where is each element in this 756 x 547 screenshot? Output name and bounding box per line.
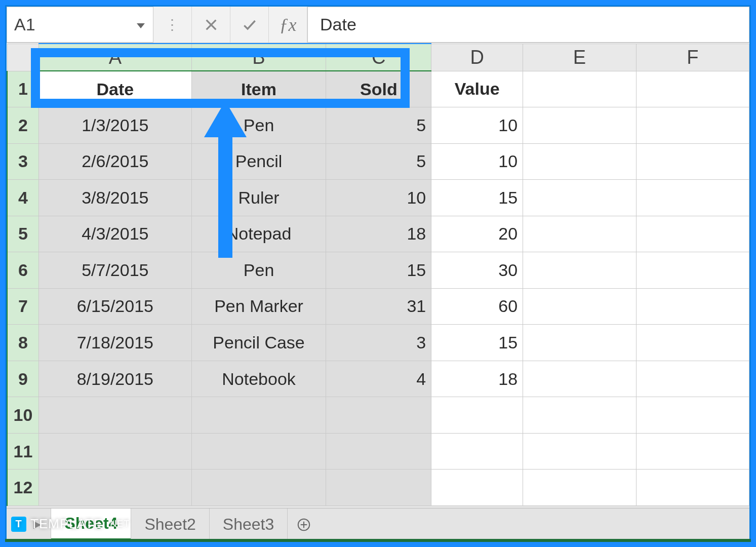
col-header-A[interactable]: A (39, 44, 192, 71)
row-header-12[interactable]: 12 (7, 470, 39, 506)
cell-A4[interactable]: 3/8/2015 (39, 180, 192, 216)
cell-A2[interactable]: 1/3/2015 (39, 107, 192, 144)
cell-C11[interactable] (326, 433, 431, 470)
col-header-D[interactable]: D (431, 44, 523, 71)
cell-C8[interactable]: 3 (326, 325, 431, 361)
cell-E3[interactable] (523, 143, 636, 180)
cell-C3[interactable]: 5 (326, 143, 431, 180)
cell-D2[interactable]: 10 (431, 107, 523, 144)
cell-A1[interactable]: Date (39, 71, 192, 107)
cell-E7[interactable] (523, 288, 636, 325)
cell-D5[interactable]: 20 (431, 216, 523, 252)
cell-B9[interactable]: Notebook (191, 361, 326, 397)
cell-B5[interactable]: Notepad (191, 216, 326, 252)
cell-E8[interactable] (523, 325, 636, 361)
row-header-10[interactable]: 10 (7, 397, 39, 434)
cell-C9[interactable]: 4 (326, 361, 431, 397)
cell-C12[interactable] (326, 470, 431, 506)
row-header-5[interactable]: 5 (7, 216, 39, 252)
cell-B7[interactable]: Pen Marker (191, 288, 326, 325)
cell-F6[interactable] (636, 252, 749, 289)
cell-A6[interactable]: 5/7/2015 (39, 252, 192, 289)
cell-F1[interactable] (636, 71, 749, 107)
cell-D1[interactable]: Value (431, 71, 523, 107)
cell-E5[interactable] (523, 216, 636, 252)
sheet-tab-sheet2[interactable]: Sheet2 (131, 509, 209, 540)
cell-C2[interactable]: 5 (326, 107, 431, 144)
cancel-button[interactable] (192, 7, 230, 43)
col-header-E[interactable]: E (523, 44, 636, 71)
row-header-7[interactable]: 7 (7, 288, 39, 325)
cell-E11[interactable] (523, 433, 636, 470)
cell-B4[interactable]: Ruler (191, 180, 326, 216)
insert-function-button[interactable]: ƒx (269, 7, 307, 43)
cell-F9[interactable] (636, 361, 749, 397)
cell-A10[interactable] (39, 397, 192, 434)
cell-D10[interactable] (431, 397, 523, 434)
cell-B6[interactable]: Pen (191, 252, 326, 289)
cell-D11[interactable] (431, 433, 523, 470)
cell-F11[interactable] (636, 433, 749, 470)
cell-E9[interactable] (523, 361, 636, 397)
row-header-1[interactable]: 1 (7, 71, 39, 107)
cell-F8[interactable] (636, 325, 749, 361)
select-all-corner[interactable] (7, 44, 39, 71)
cell-F7[interactable] (636, 288, 749, 325)
cell-A8[interactable]: 7/18/2015 (39, 325, 192, 361)
cell-A11[interactable] (39, 433, 192, 470)
cell-D8[interactable]: 15 (431, 325, 523, 361)
cell-C6[interactable]: 15 (326, 252, 431, 289)
cell-E12[interactable] (523, 470, 636, 506)
cell-E10[interactable] (523, 397, 636, 434)
cell-D3[interactable]: 10 (431, 143, 523, 180)
cell-D9[interactable]: 18 (431, 361, 523, 397)
row-header-3[interactable]: 3 (7, 143, 39, 180)
cell-E4[interactable] (523, 180, 636, 216)
row-header-11[interactable]: 11 (7, 433, 39, 470)
cell-B10[interactable] (191, 397, 326, 434)
col-header-B[interactable]: B (191, 44, 326, 71)
row-header-8[interactable]: 8 (7, 325, 39, 361)
col-header-F[interactable]: F (636, 44, 749, 71)
cell-B2[interactable]: Pen (191, 107, 326, 144)
cell-E1[interactable] (523, 71, 636, 107)
cell-F5[interactable] (636, 216, 749, 252)
cell-B11[interactable] (191, 433, 326, 470)
sheet-tab-sheet3[interactable]: Sheet3 (210, 509, 288, 540)
formula-input[interactable]: Date (307, 7, 749, 43)
cell-D7[interactable]: 60 (431, 288, 523, 325)
cell-A5[interactable]: 4/3/2015 (39, 216, 192, 252)
row-header-9[interactable]: 9 (7, 361, 39, 397)
add-sheet-button[interactable] (288, 517, 320, 532)
cell-A9[interactable]: 8/19/2015 (39, 361, 192, 397)
cell-C1[interactable]: Sold (326, 71, 431, 107)
row-header-4[interactable]: 4 (7, 180, 39, 216)
cell-B12[interactable] (191, 470, 326, 506)
cell-F4[interactable] (636, 180, 749, 216)
cell-B3[interactable]: Pencil (191, 143, 326, 180)
cell-C10[interactable] (326, 397, 431, 434)
row-header-2[interactable]: 2 (7, 107, 39, 144)
cell-A12[interactable] (39, 470, 192, 506)
cell-C4[interactable]: 10 (326, 180, 431, 216)
cell-F10[interactable] (636, 397, 749, 434)
formula-bar-options[interactable]: ⋮ (153, 7, 192, 43)
cell-D4[interactable]: 15 (431, 180, 523, 216)
cell-E2[interactable] (523, 107, 636, 144)
cell-E6[interactable] (523, 252, 636, 289)
name-box[interactable]: A1 (7, 7, 153, 43)
cell-F3[interactable] (636, 143, 749, 180)
cell-D12[interactable] (431, 470, 523, 506)
col-header-C[interactable]: C (326, 44, 431, 71)
enter-button[interactable] (230, 7, 269, 43)
cell-B8[interactable]: Pencil Case (191, 325, 326, 361)
cell-A7[interactable]: 6/15/2015 (39, 288, 192, 325)
cell-F12[interactable] (636, 470, 749, 506)
spreadsheet-grid[interactable]: A B C D E F 1DateItemSoldValue21/3/2015P… (7, 43, 749, 506)
row-header-6[interactable]: 6 (7, 252, 39, 289)
cell-D6[interactable]: 30 (431, 252, 523, 289)
cell-C7[interactable]: 31 (326, 288, 431, 325)
cell-A3[interactable]: 2/6/2015 (39, 143, 192, 180)
cell-B1[interactable]: Item (191, 71, 326, 107)
cell-F2[interactable] (636, 107, 749, 144)
